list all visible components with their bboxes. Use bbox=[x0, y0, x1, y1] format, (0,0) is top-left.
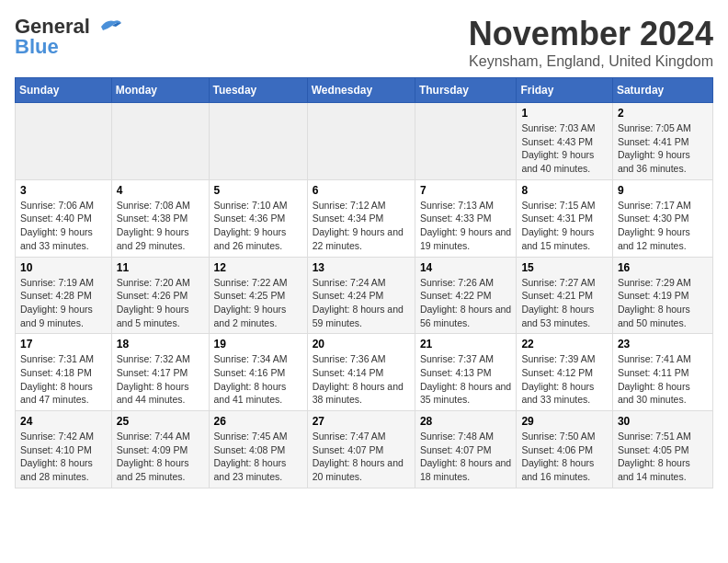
calendar-cell: 10Sunrise: 7:19 AM Sunset: 4:28 PM Dayli… bbox=[16, 257, 112, 334]
calendar-cell: 21Sunrise: 7:37 AM Sunset: 4:13 PM Dayli… bbox=[415, 334, 517, 411]
day-number: 27 bbox=[313, 415, 410, 428]
calendar-cell: 11Sunrise: 7:20 AM Sunset: 4:26 PM Dayli… bbox=[111, 257, 209, 334]
calendar-cell: 19Sunrise: 7:34 AM Sunset: 4:16 PM Dayli… bbox=[209, 334, 307, 411]
calendar-cell: 16Sunrise: 7:29 AM Sunset: 4:19 PM Dayli… bbox=[612, 257, 712, 334]
day-number: 30 bbox=[618, 415, 708, 428]
month-title: November 2024 bbox=[469, 15, 713, 53]
header-day-saturday: Saturday bbox=[612, 78, 712, 103]
day-number: 21 bbox=[420, 338, 512, 350]
day-number: 19 bbox=[214, 338, 302, 350]
calendar-cell: 17Sunrise: 7:31 AM Sunset: 4:18 PM Dayli… bbox=[16, 334, 112, 411]
day-number: 2 bbox=[618, 107, 708, 120]
day-number: 26 bbox=[214, 415, 302, 428]
day-number: 25 bbox=[117, 415, 204, 428]
day-number: 28 bbox=[420, 415, 512, 428]
day-info: Sunrise: 7:45 AM Sunset: 4:08 PM Dayligh… bbox=[214, 430, 302, 484]
header: General Blue November 2024 Keynsham, Eng… bbox=[15, 15, 713, 70]
calendar-cell bbox=[16, 103, 112, 180]
calendar-week-3: 10Sunrise: 7:19 AM Sunset: 4:28 PM Dayli… bbox=[16, 257, 713, 334]
header-day-sunday: Sunday bbox=[16, 78, 112, 103]
calendar-cell: 12Sunrise: 7:22 AM Sunset: 4:25 PM Dayli… bbox=[209, 257, 307, 334]
day-info: Sunrise: 7:05 AM Sunset: 4:41 PM Dayligh… bbox=[618, 121, 708, 176]
calendar-cell: 2Sunrise: 7:05 AM Sunset: 4:41 PM Daylig… bbox=[612, 103, 712, 180]
logo-text-blue: Blue bbox=[15, 35, 59, 59]
day-number: 13 bbox=[313, 261, 410, 274]
title-area: November 2024 Keynsham, England, United … bbox=[469, 15, 713, 70]
header-day-friday: Friday bbox=[517, 78, 612, 103]
day-info: Sunrise: 7:13 AM Sunset: 4:33 PM Dayligh… bbox=[420, 199, 512, 253]
calendar-cell: 18Sunrise: 7:32 AM Sunset: 4:17 PM Dayli… bbox=[111, 334, 209, 411]
header-day-wednesday: Wednesday bbox=[307, 78, 415, 103]
calendar-cell: 29Sunrise: 7:50 AM Sunset: 4:06 PM Dayli… bbox=[517, 411, 612, 488]
day-info: Sunrise: 7:31 AM Sunset: 4:18 PM Dayligh… bbox=[20, 352, 107, 407]
day-number: 16 bbox=[618, 261, 708, 274]
day-info: Sunrise: 7:12 AM Sunset: 4:34 PM Dayligh… bbox=[313, 199, 410, 253]
calendar-cell: 3Sunrise: 7:06 AM Sunset: 4:40 PM Daylig… bbox=[16, 179, 112, 257]
day-info: Sunrise: 7:34 AM Sunset: 4:16 PM Dayligh… bbox=[214, 352, 302, 407]
calendar-cell: 14Sunrise: 7:26 AM Sunset: 4:22 PM Dayli… bbox=[415, 257, 517, 334]
day-number: 1 bbox=[521, 107, 607, 120]
day-number: 29 bbox=[521, 415, 607, 428]
day-info: Sunrise: 7:47 AM Sunset: 4:07 PM Dayligh… bbox=[313, 430, 410, 484]
day-info: Sunrise: 7:41 AM Sunset: 4:11 PM Dayligh… bbox=[618, 352, 708, 407]
day-info: Sunrise: 7:50 AM Sunset: 4:06 PM Dayligh… bbox=[521, 430, 607, 484]
calendar-cell bbox=[111, 103, 209, 180]
day-number: 8 bbox=[521, 184, 607, 197]
day-info: Sunrise: 7:48 AM Sunset: 4:07 PM Dayligh… bbox=[420, 430, 512, 484]
day-info: Sunrise: 7:37 AM Sunset: 4:13 PM Dayligh… bbox=[420, 352, 512, 407]
calendar-header-row: SundayMondayTuesdayWednesdayThursdayFrid… bbox=[16, 78, 713, 103]
calendar-cell: 8Sunrise: 7:15 AM Sunset: 4:31 PM Daylig… bbox=[517, 179, 612, 257]
calendar-cell: 24Sunrise: 7:42 AM Sunset: 4:10 PM Dayli… bbox=[16, 411, 112, 488]
day-info: Sunrise: 7:29 AM Sunset: 4:19 PM Dayligh… bbox=[618, 276, 708, 330]
day-info: Sunrise: 7:20 AM Sunset: 4:26 PM Dayligh… bbox=[117, 276, 204, 330]
day-number: 20 bbox=[313, 338, 410, 350]
day-info: Sunrise: 7:10 AM Sunset: 4:36 PM Dayligh… bbox=[214, 199, 302, 253]
day-number: 17 bbox=[20, 338, 107, 350]
day-info: Sunrise: 7:17 AM Sunset: 4:30 PM Dayligh… bbox=[618, 199, 708, 253]
day-info: Sunrise: 7:32 AM Sunset: 4:17 PM Dayligh… bbox=[117, 352, 204, 407]
day-number: 11 bbox=[117, 261, 204, 274]
header-day-monday: Monday bbox=[111, 78, 209, 103]
day-info: Sunrise: 7:24 AM Sunset: 4:24 PM Dayligh… bbox=[313, 276, 410, 330]
calendar-cell: 7Sunrise: 7:13 AM Sunset: 4:33 PM Daylig… bbox=[415, 179, 517, 257]
calendar-cell bbox=[307, 103, 415, 180]
day-number: 22 bbox=[521, 338, 607, 350]
calendar-cell: 20Sunrise: 7:36 AM Sunset: 4:14 PM Dayli… bbox=[307, 334, 415, 411]
day-info: Sunrise: 7:39 AM Sunset: 4:12 PM Dayligh… bbox=[521, 352, 607, 407]
day-number: 6 bbox=[313, 184, 410, 197]
calendar-cell: 23Sunrise: 7:41 AM Sunset: 4:11 PM Dayli… bbox=[612, 334, 712, 411]
logo-bird-icon bbox=[94, 17, 123, 36]
calendar-cell: 25Sunrise: 7:44 AM Sunset: 4:09 PM Dayli… bbox=[111, 411, 209, 488]
calendar-cell: 28Sunrise: 7:48 AM Sunset: 4:07 PM Dayli… bbox=[415, 411, 517, 488]
calendar-cell: 9Sunrise: 7:17 AM Sunset: 4:30 PM Daylig… bbox=[612, 179, 712, 257]
calendar-week-4: 17Sunrise: 7:31 AM Sunset: 4:18 PM Dayli… bbox=[16, 334, 713, 411]
calendar-cell: 30Sunrise: 7:51 AM Sunset: 4:05 PM Dayli… bbox=[612, 411, 712, 488]
day-number: 12 bbox=[214, 261, 302, 274]
header-day-thursday: Thursday bbox=[415, 78, 517, 103]
calendar-cell: 5Sunrise: 7:10 AM Sunset: 4:36 PM Daylig… bbox=[209, 179, 307, 257]
header-day-tuesday: Tuesday bbox=[209, 78, 307, 103]
calendar-table: SundayMondayTuesdayWednesdayThursdayFrid… bbox=[15, 77, 713, 488]
calendar-cell: 13Sunrise: 7:24 AM Sunset: 4:24 PM Dayli… bbox=[307, 257, 415, 334]
calendar-cell: 6Sunrise: 7:12 AM Sunset: 4:34 PM Daylig… bbox=[307, 179, 415, 257]
calendar-cell: 26Sunrise: 7:45 AM Sunset: 4:08 PM Dayli… bbox=[209, 411, 307, 488]
day-info: Sunrise: 7:42 AM Sunset: 4:10 PM Dayligh… bbox=[20, 430, 107, 484]
day-number: 9 bbox=[618, 184, 708, 197]
day-info: Sunrise: 7:44 AM Sunset: 4:09 PM Dayligh… bbox=[117, 430, 204, 484]
logo: General Blue bbox=[15, 15, 123, 59]
day-info: Sunrise: 7:03 AM Sunset: 4:43 PM Dayligh… bbox=[521, 121, 607, 176]
location: Keynsham, England, United Kingdom bbox=[469, 53, 713, 70]
calendar-cell bbox=[209, 103, 307, 180]
day-number: 10 bbox=[20, 261, 107, 274]
day-number: 4 bbox=[117, 184, 204, 197]
calendar-cell: 4Sunrise: 7:08 AM Sunset: 4:38 PM Daylig… bbox=[111, 179, 209, 257]
calendar-week-1: 1Sunrise: 7:03 AM Sunset: 4:43 PM Daylig… bbox=[16, 103, 713, 180]
day-info: Sunrise: 7:36 AM Sunset: 4:14 PM Dayligh… bbox=[313, 352, 410, 407]
calendar-cell: 22Sunrise: 7:39 AM Sunset: 4:12 PM Dayli… bbox=[517, 334, 612, 411]
calendar-week-2: 3Sunrise: 7:06 AM Sunset: 4:40 PM Daylig… bbox=[16, 179, 713, 257]
day-number: 7 bbox=[420, 184, 512, 197]
calendar-week-5: 24Sunrise: 7:42 AM Sunset: 4:10 PM Dayli… bbox=[16, 411, 713, 488]
day-info: Sunrise: 7:27 AM Sunset: 4:21 PM Dayligh… bbox=[521, 276, 607, 330]
day-info: Sunrise: 7:51 AM Sunset: 4:05 PM Dayligh… bbox=[618, 430, 708, 484]
day-number: 24 bbox=[20, 415, 107, 428]
